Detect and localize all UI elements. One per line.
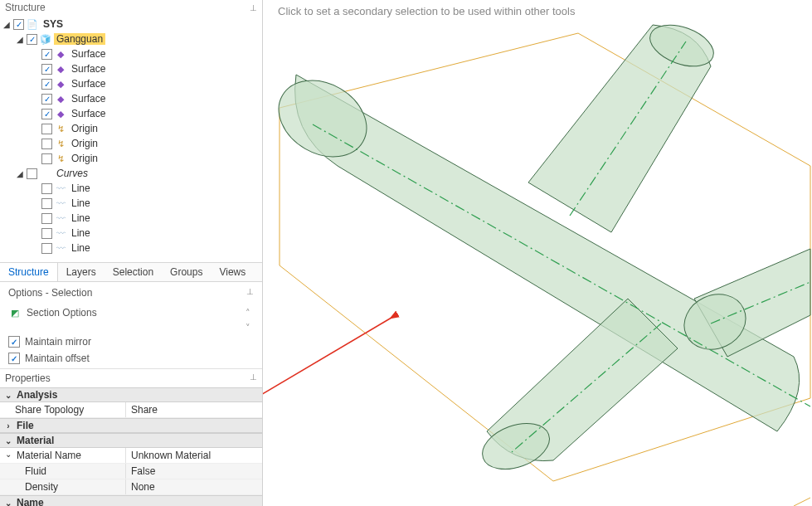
checkbox[interactable] <box>41 124 52 134</box>
tree-label[interactable]: Line <box>69 227 93 239</box>
line-icon: 〰 <box>54 226 67 240</box>
component-icon: 🧊 <box>39 32 52 46</box>
checkbox[interactable] <box>41 153 52 164</box>
collapse-icon[interactable]: ⌄ <box>3 391 13 400</box>
tree-surface[interactable]: ◆ Surface <box>3 61 262 76</box>
tree-surface[interactable]: ◆ Surface <box>3 106 262 121</box>
collapse-icon[interactable]: ◢ <box>17 35 25 44</box>
tree-line[interactable]: 〰 Line <box>3 211 262 226</box>
checkbox[interactable] <box>27 168 37 179</box>
prop-density[interactable]: Density None <box>0 479 262 495</box>
prop-name: Share Topology <box>0 402 126 417</box>
prop-material-name[interactable]: ⌄ Material Name Unknown Material <box>0 448 262 464</box>
option-maintain-mirror[interactable]: Maintain mirror <box>5 333 257 350</box>
surface-icon: ◆ <box>54 47 67 61</box>
checkbox[interactable] <box>41 213 52 224</box>
option-maintain-offset[interactable]: Maintain offset <box>5 350 257 367</box>
tree-line[interactable]: 〰 Line <box>3 241 262 255</box>
tree-label[interactable]: Origin <box>69 123 100 134</box>
option-label: Section Options <box>27 307 237 319</box>
tree-label[interactable]: Surface <box>69 93 108 105</box>
prop-group-name[interactable]: ⌄ Name <box>0 495 262 506</box>
tree-label[interactable]: Line <box>69 182 93 194</box>
checkbox[interactable] <box>8 353 20 364</box>
tree-label[interactable]: SYS <box>41 18 66 30</box>
prop-group-analysis[interactable]: ⌄ Analysis <box>0 387 262 402</box>
prop-value[interactable]: None <box>126 479 262 494</box>
option-section[interactable]: ◩ Section Options ˄ <box>5 304 257 322</box>
prop-group-material[interactable]: ⌄ Material <box>0 433 262 448</box>
tab-layers[interactable]: Layers <box>58 263 105 281</box>
tree-label[interactable]: Surface <box>69 78 108 90</box>
viewport-3d[interactable]: Click to set a secondary selection to be… <box>263 0 812 506</box>
checkbox[interactable] <box>41 183 52 194</box>
line-icon: 〰 <box>54 197 67 210</box>
tab-groups[interactable]: Groups <box>162 263 211 281</box>
checkbox[interactable] <box>41 198 52 209</box>
checkbox[interactable] <box>41 243 52 254</box>
prop-share-topology[interactable]: Share Topology Share <box>0 402 262 418</box>
pin-icon[interactable]: ⊥ <box>250 3 257 12</box>
tree-label[interactable]: Line <box>69 212 93 224</box>
checkbox[interactable] <box>41 94 52 105</box>
tree-line[interactable]: 〰 Line <box>3 181 262 196</box>
tree-surface[interactable]: ◆ Surface <box>3 46 262 61</box>
checkbox[interactable] <box>41 109 52 119</box>
tree-origin[interactable]: ↯ Origin <box>3 121 262 136</box>
prop-fluid[interactable]: Fluid False <box>0 464 262 479</box>
model-tree: ◢ 📄 SYS ◢ 🧊 Gangguan ◆ Surface ◆ Surface <box>0 15 262 262</box>
group-label: Analysis <box>17 389 57 401</box>
assembly-icon: 📄 <box>26 17 39 31</box>
tree-origin[interactable]: ↯ Origin <box>3 151 262 166</box>
tree-line[interactable]: 〰 Line <box>3 226 262 241</box>
options-title: Options - Selection <box>8 287 92 299</box>
checkbox[interactable] <box>8 336 20 348</box>
tree-label[interactable]: Gangguan <box>54 33 105 45</box>
collapse-icon[interactable]: ◢ <box>17 169 25 178</box>
tab-structure[interactable]: Structure <box>0 263 58 281</box>
curves-icon <box>39 167 52 180</box>
tree-label[interactable]: Curves <box>54 168 90 179</box>
prop-group-file[interactable]: › File <box>0 418 262 433</box>
checkbox[interactable] <box>41 64 52 75</box>
checkbox[interactable] <box>41 139 52 149</box>
expand-icon[interactable]: › <box>3 421 13 431</box>
tab-selection[interactable]: Selection <box>105 263 162 281</box>
left-panel: Structure ⊥ ◢ 📄 SYS ◢ 🧊 Gangguan ◆ Surfa… <box>0 0 263 506</box>
pin-icon[interactable]: ⊥ <box>250 372 257 384</box>
tree-label[interactable]: Line <box>69 197 93 209</box>
collapse-icon[interactable]: ⌄ <box>3 499 13 507</box>
checkbox[interactable] <box>27 34 37 45</box>
tree-component[interactable]: ◢ 🧊 Gangguan <box>3 32 262 46</box>
pin-icon[interactable]: ⊥ <box>246 287 254 299</box>
tree-origin[interactable]: ↯ Origin <box>3 136 262 151</box>
collapse-icon[interactable]: ⌄ <box>3 450 13 461</box>
tree-label[interactable]: Surface <box>69 48 108 60</box>
checkbox[interactable] <box>13 19 24 30</box>
tree-curves-group[interactable]: ◢ Curves <box>3 166 262 181</box>
collapse-icon[interactable]: ◢ <box>3 20 12 29</box>
tree-root[interactable]: ◢ 📄 SYS <box>3 17 262 32</box>
chevron-down-icon[interactable]: ˅ <box>242 323 254 333</box>
option-label: Maintain offset <box>25 353 90 364</box>
tree-label[interactable]: Origin <box>69 153 100 164</box>
prop-value[interactable]: False <box>126 464 262 479</box>
prop-value[interactable]: Unknown Material <box>126 448 262 463</box>
tree-label[interactable]: Surface <box>69 63 108 75</box>
tree-label[interactable]: Line <box>69 242 93 254</box>
tree-surface[interactable]: ◆ Surface <box>3 76 262 91</box>
checkbox[interactable] <box>41 79 52 90</box>
collapse-icon[interactable]: ⌄ <box>3 436 13 445</box>
tree-surface[interactable]: ◆ Surface <box>3 91 262 106</box>
prop-value[interactable]: Share <box>126 402 262 417</box>
tree-label[interactable]: Surface <box>69 108 108 119</box>
properties-header: Properties ⊥ <box>0 368 262 387</box>
tree-line[interactable]: 〰 Line <box>3 196 262 211</box>
chevron-up-icon[interactable]: ˄ <box>242 308 254 319</box>
checkbox[interactable] <box>41 49 52 60</box>
origin-icon: ↯ <box>54 152 67 165</box>
tab-views[interactable]: Views <box>211 263 254 281</box>
tree-label[interactable]: Origin <box>69 138 100 149</box>
svg-line-6 <box>794 498 810 506</box>
checkbox[interactable] <box>41 228 52 239</box>
